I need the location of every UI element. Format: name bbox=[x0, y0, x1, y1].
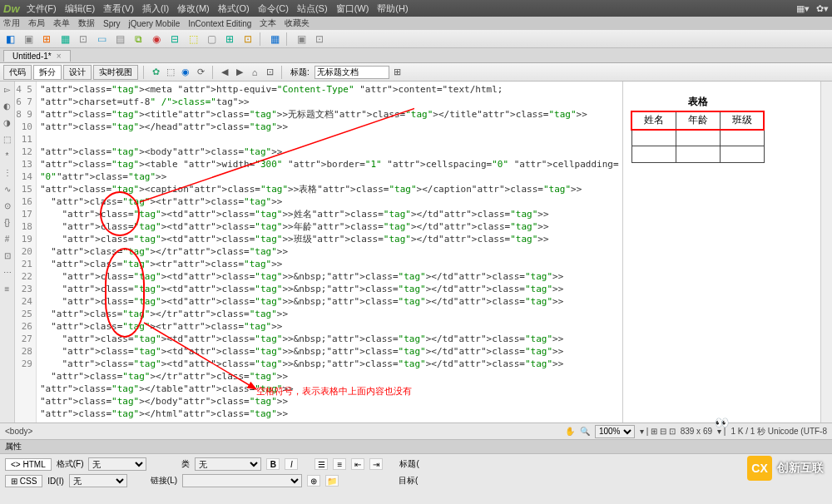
preview-th-3[interactable]: 班级 bbox=[720, 111, 764, 130]
layout-menu-icon[interactable]: ▦▾ bbox=[796, 3, 810, 14]
preview-table[interactable]: 表格 姓名 年龄 班级 bbox=[631, 93, 765, 163]
preview-icon[interactable]: ◉ bbox=[179, 66, 192, 79]
tab-data[interactable]: 数据 bbox=[78, 17, 95, 29]
menu-commands[interactable]: 命令(C) bbox=[258, 2, 289, 15]
preview-th-2[interactable]: 年龄 bbox=[676, 111, 720, 130]
named-anchor-icon[interactable]: ⊞ bbox=[40, 32, 53, 46]
format-icon[interactable]: ≡ bbox=[2, 284, 13, 296]
preview-cell[interactable] bbox=[631, 146, 676, 163]
inspect-icon[interactable]: ✿ bbox=[149, 66, 162, 79]
prop-css-button[interactable]: ⊞ CSS bbox=[5, 475, 42, 487]
bold-icon[interactable]: B bbox=[266, 458, 280, 470]
collapse-icon[interactable]: ◐ bbox=[2, 101, 13, 113]
highlight-icon[interactable]: ∿ bbox=[2, 185, 13, 196]
tag-chooser-icon[interactable]: ▦ bbox=[268, 32, 281, 46]
italic-icon[interactable]: I bbox=[285, 458, 298, 470]
menu-help[interactable]: 帮助(H) bbox=[377, 2, 408, 15]
format-select[interactable]: 无 bbox=[88, 457, 146, 471]
prop-html-button[interactable]: <> HTML bbox=[5, 458, 52, 471]
workspace-menu-icon[interactable]: ✿▾ bbox=[816, 3, 829, 14]
menu-format[interactable]: 格式(O) bbox=[218, 2, 250, 15]
nav-back-icon[interactable]: ◀ bbox=[218, 66, 231, 79]
select-parent-icon[interactable]: ⬚ bbox=[2, 135, 13, 146]
auto-indent-icon[interactable]: {} bbox=[2, 218, 13, 230]
doc-tab-untitled1[interactable]: Untitled-1* × bbox=[3, 50, 71, 62]
menu-window[interactable]: 窗口(W) bbox=[336, 2, 369, 15]
preview-cell[interactable] bbox=[720, 146, 764, 163]
design-pane[interactable]: 表格 姓名 年龄 班级 bbox=[623, 82, 833, 422]
date-icon[interactable]: ◉ bbox=[150, 32, 163, 46]
extra-icon-1[interactable]: ▣ bbox=[295, 32, 308, 46]
window-size[interactable]: 839 x 69 bbox=[681, 427, 712, 436]
comment-icon[interactable]: ⬚ bbox=[186, 32, 200, 46]
close-tab-icon[interactable]: × bbox=[57, 52, 62, 61]
menu-insert[interactable]: 插入(I) bbox=[142, 2, 169, 15]
refresh-icon[interactable]: ⟳ bbox=[194, 66, 207, 79]
expand-icon[interactable]: ◑ bbox=[2, 118, 13, 130]
menu-file[interactable]: 文件(F) bbox=[27, 2, 57, 15]
hyperlink-icon[interactable]: ◧ bbox=[3, 32, 17, 46]
templates-icon[interactable]: ⊡ bbox=[241, 32, 255, 46]
tab-forms[interactable]: 表单 bbox=[53, 17, 70, 29]
id-select[interactable]: 无 bbox=[69, 474, 127, 487]
preview-header-row[interactable]: 姓名 年龄 班级 bbox=[631, 111, 764, 130]
preview-cell[interactable] bbox=[676, 130, 720, 146]
class-select[interactable]: 无 bbox=[195, 457, 261, 471]
indent-icon[interactable]: ⋯ bbox=[2, 268, 13, 279]
view-live-button[interactable]: 实时视图 bbox=[93, 65, 138, 80]
tab-text[interactable]: 文本 bbox=[260, 17, 276, 29]
table-icon[interactable]: ▦ bbox=[58, 32, 72, 46]
indent-icon[interactable]: ⇥ bbox=[369, 458, 383, 470]
nav-home-icon[interactable]: ⌂ bbox=[248, 66, 261, 79]
preview-cell[interactable] bbox=[631, 130, 676, 146]
preview-cell[interactable] bbox=[676, 146, 720, 163]
open-docs-icon[interactable]: ▻ bbox=[2, 85, 13, 96]
code-editor[interactable]: "attr">class="tag"><meta "attr">http-equ… bbox=[37, 82, 622, 422]
tag-selector[interactable]: <body> bbox=[5, 427, 32, 436]
server-include-icon[interactable]: ⊟ bbox=[168, 32, 181, 46]
tab-jquery[interactable]: jQuery Mobile bbox=[129, 19, 181, 28]
widget-icon[interactable]: ⧉ bbox=[131, 32, 145, 46]
menu-edit[interactable]: 编辑(E) bbox=[65, 2, 96, 15]
extra-icon-2[interactable]: ⊡ bbox=[313, 32, 326, 46]
title-input[interactable] bbox=[314, 66, 389, 79]
menu-modify[interactable]: 修改(M) bbox=[177, 2, 210, 15]
div-icon[interactable]: ⊡ bbox=[77, 32, 90, 46]
balance-icon[interactable]: * bbox=[2, 151, 13, 163]
preview-row[interactable] bbox=[631, 146, 764, 163]
outdent-icon[interactable]: ⇤ bbox=[351, 458, 364, 470]
move-icon[interactable]: ⊡ bbox=[2, 251, 13, 263]
view-code-button[interactable]: 代码 bbox=[3, 65, 32, 80]
zoom-select[interactable]: 100% bbox=[595, 425, 635, 438]
link-browse-icon[interactable]: 📁 bbox=[325, 475, 339, 487]
view-design-button[interactable]: 设计 bbox=[63, 65, 92, 80]
syntax-icon[interactable]: ⊙ bbox=[2, 201, 13, 213]
preview-row[interactable] bbox=[631, 130, 764, 146]
tab-ice[interactable]: InContext Editing bbox=[188, 19, 251, 28]
email-link-icon[interactable]: ▣ bbox=[22, 32, 35, 46]
menu-view[interactable]: 查看(V) bbox=[103, 2, 134, 15]
tab-spry[interactable]: Spry bbox=[103, 19, 121, 28]
zoom-tool-icon[interactable]: 🔍 bbox=[580, 427, 590, 436]
script-icon[interactable]: ⊞ bbox=[223, 32, 236, 46]
hand-tool-icon[interactable]: ✋ bbox=[565, 427, 575, 436]
address-icon[interactable]: ⊡ bbox=[263, 66, 276, 79]
menu-site[interactable]: 站点(S) bbox=[297, 2, 328, 15]
tab-fav[interactable]: 收藏夹 bbox=[285, 17, 310, 29]
line-numbers-icon[interactable]: ⋮ bbox=[2, 168, 13, 180]
preview-cell[interactable] bbox=[720, 130, 764, 146]
head-icon[interactable]: ▢ bbox=[205, 32, 218, 46]
link-point-icon[interactable]: ⊕ bbox=[307, 475, 320, 487]
code-pane[interactable]: 4 5 6 7 8 9 10 11 12 13 14 15 16 17 18 1… bbox=[15, 82, 623, 422]
check-icon[interactable]: ⊞ bbox=[391, 66, 404, 79]
ol-icon[interactable]: ≡ bbox=[333, 458, 346, 470]
preview-scrollbar[interactable] bbox=[820, 82, 832, 422]
tab-layout[interactable]: 布局 bbox=[28, 17, 45, 29]
view-split-button[interactable]: 拆分 bbox=[33, 65, 62, 80]
nav-fwd-icon[interactable]: ▶ bbox=[233, 66, 246, 79]
ul-icon[interactable]: ☰ bbox=[314, 458, 328, 470]
preview-th-1[interactable]: 姓名 bbox=[631, 111, 676, 130]
snippets-icon[interactable]: # bbox=[2, 235, 13, 246]
link-select[interactable] bbox=[182, 474, 302, 487]
properties-title[interactable]: 属性 bbox=[0, 440, 832, 454]
